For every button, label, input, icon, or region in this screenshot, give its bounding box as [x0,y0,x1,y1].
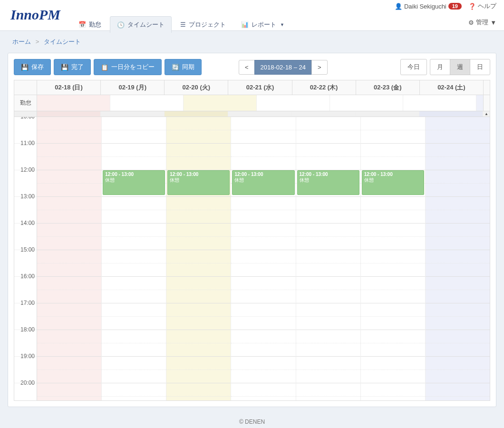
user-menu[interactable]: 👤 Daiki Sekiguchi 19 [395,3,462,10]
next-button[interactable]: > [311,60,328,75]
copy-day-button[interactable]: 📋 一日分をコピー [94,59,162,75]
event-time: 12:00 - 13:00 [234,172,292,177]
scrollbar-space [483,80,490,95]
admin-menu[interactable]: ⚙ 管理 ▼ [468,18,496,27]
time-label: 13:00 [20,193,35,200]
calendar-icon: 📅 [78,21,86,28]
nav-project[interactable]: ☰ プロジェクト [174,17,233,33]
list-icon: ☰ [180,21,186,28]
date-nav: < 2018-02-18 – 24 > [239,60,328,75]
day-header: 02-19 (月) [101,80,165,95]
day-header: 02-22 (木) [292,80,356,95]
time-label: 19:00 [20,353,35,360]
nav-report[interactable]: 📊 レポート ▼ [234,17,291,33]
calendar-grid[interactable]: 10:0011:0012:0013:0014:0015:0016:0017:00… [14,117,490,400]
chevron-down-icon: ▼ [490,19,496,26]
button-label: 一日分をコピー [111,63,155,71]
calendar-event[interactable]: 12:00 - 13:00休憩 [232,170,294,195]
breadcrumb-sep: > [36,38,39,45]
main-nav: 📅 勤怠 🕓 タイムシート ☰ プロジェクト 📊 レポート ▼ [72,0,291,33]
event-title: 休憩 [170,177,227,183]
event-title: 休憩 [105,177,163,183]
calendar-event[interactable]: 12:00 - 13:00休憩 [103,170,165,195]
prev-button[interactable]: < [239,60,255,75]
allday-cell[interactable] [110,95,184,111]
time-label: 20:00 [20,379,35,386]
scroll-up-icon[interactable]: ▲ [483,111,490,117]
day-column[interactable]: 12:00 - 13:00休憩 [361,117,426,400]
day-column[interactable]: 12:00 - 13:00休憩 [231,117,296,400]
event-title: 休憩 [234,177,292,183]
nav-timesheet[interactable]: 🕓 タイムシート [110,16,172,33]
calendar-strip: ▲ [14,111,490,117]
allday-label: 勤怠 [14,95,37,111]
gear-icon: ⚙ [468,19,474,26]
user-icon: 👤 [395,3,402,10]
time-slot: 20:00 [14,383,37,400]
allday-cell[interactable] [184,95,257,111]
allday-cell[interactable] [330,95,403,111]
help-link[interactable]: ❓ ヘルプ [468,2,496,10]
day-column[interactable] [426,117,490,400]
time-label: 14:00 [20,220,35,226]
nav-attendance[interactable]: 📅 勤怠 [72,17,108,33]
save-button[interactable]: 💾 保存 [14,59,51,75]
user-name: Daiki Sekiguchi [404,3,446,10]
allday-cell[interactable] [403,95,476,111]
app-header: InnoPM 📅 勤怠 🕓 タイムシート ☰ プロジェクト 📊 レポート ▼ 👤… [0,0,504,31]
calendar-event[interactable]: 12:00 - 13:00休憩 [167,170,230,195]
time-label: 17:00 [20,300,35,306]
time-label: 10:00 [20,117,35,120]
app-logo: InnoPM [0,0,72,23]
help-icon: ❓ [468,3,476,10]
scrollbar-space [483,95,490,111]
cal-corner [14,80,37,95]
view-week[interactable]: 週 [450,59,470,75]
time-axis: 10:0011:0012:0013:0014:0015:0016:0017:00… [14,117,37,400]
time-label: 16:00 [20,273,35,280]
view-month[interactable]: 月 [430,59,450,75]
breadcrumb: ホーム > タイムシート [0,31,504,53]
button-label: 保存 [31,63,44,71]
day-column[interactable]: 12:00 - 13:00休憩 [102,117,166,400]
calendar-event[interactable]: 12:00 - 13:00休憩 [362,170,424,195]
allday-row: 勤怠 [14,95,490,111]
time-label: 12:00 [20,166,35,173]
admin-label: 管理 [476,18,488,27]
allday-cell[interactable] [37,95,110,111]
day-column[interactable] [37,117,102,400]
view-switch: 月 週 日 [430,59,490,75]
calendar-header-row: 02-18 (日)02-19 (月)02-20 (火)02-21 (水)02-2… [14,80,490,95]
today-button[interactable]: 今日 [400,59,427,75]
view-day[interactable]: 日 [470,59,490,75]
allday-cell[interactable] [257,95,330,111]
event-title: 休憩 [300,177,357,183]
day-column[interactable]: 12:00 - 13:00休憩 [166,117,231,400]
calendar: 02-18 (日)02-19 (月)02-20 (火)02-21 (水)02-2… [14,80,490,401]
breadcrumb-home[interactable]: ホーム [12,38,31,45]
notification-badge[interactable]: 19 [448,3,462,10]
event-time: 12:00 - 13:00 [364,172,422,177]
nav-label: タイムシート [127,20,165,29]
time-label: 15:00 [20,246,35,253]
event-title: 休憩 [364,177,422,183]
toolbar: 💾 保存 💾 完了 📋 一日分をコピー 🔄 同期 < 2018-02-18 – … [14,59,490,75]
done-button[interactable]: 💾 完了 [54,59,91,75]
sync-button[interactable]: 🔄 同期 [165,59,202,75]
event-time: 12:00 - 13:00 [300,172,357,177]
nav-label: 勤怠 [89,20,101,29]
date-range-button[interactable]: 2018-02-18 – 24 [254,60,312,75]
chart-icon: 📊 [241,21,249,28]
header-right: 👤 Daiki Sekiguchi 19 ❓ ヘルプ ⚙ 管理 ▼ [395,2,496,10]
time-label: 18:00 [20,326,35,333]
day-column[interactable]: 12:00 - 13:00休憩 [296,117,361,400]
calendar-event[interactable]: 12:00 - 13:00休憩 [297,170,359,195]
button-label: 同期 [182,63,194,71]
done-icon: 💾 [61,64,68,71]
day-header: 02-18 (日) [37,80,101,95]
copy-icon: 📋 [101,64,108,71]
day-header: 02-24 (土) [420,80,483,95]
allday-cell[interactable] [476,95,483,111]
nav-label: プロジェクト [189,20,226,29]
breadcrumb-current[interactable]: タイムシート [44,38,81,45]
